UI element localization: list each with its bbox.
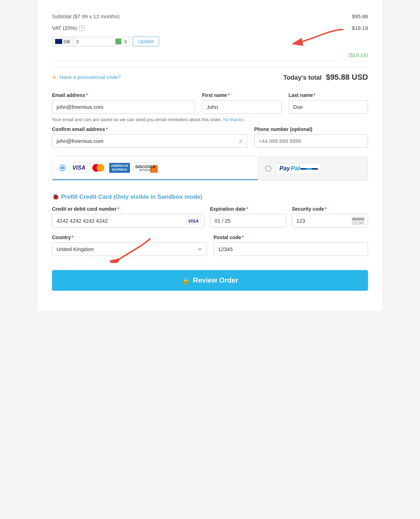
email-label: Email address*	[52, 92, 195, 98]
today-total-label: Today's total	[283, 74, 322, 81]
first-name-label: First name*	[202, 92, 281, 98]
discover-logo: DISCOVER NETWORK	[133, 163, 158, 173]
expiry-input[interactable]	[210, 214, 286, 228]
review-order-button[interactable]: 🔒 Review Order	[52, 270, 368, 291]
card-logos: VISA AMERICANEXPRESS DISCOVER NETWORK	[70, 162, 158, 173]
gb-flag-icon	[55, 39, 62, 44]
card-number-label: Credit or debit card number*	[52, 206, 204, 212]
postal-label: Postal code*	[214, 235, 368, 240]
country-select[interactable]: United Kingdom United States Canada	[52, 242, 206, 256]
mastercard-logo	[91, 163, 106, 173]
confirm-email-label: Confirm email address*	[52, 126, 247, 132]
email-check-icon: ✓	[238, 137, 244, 145]
cards-payment-option[interactable]: VISA AMERICANEXPRESS DISCOVER NETWORK	[52, 157, 258, 180]
vat-code-input[interactable]	[73, 37, 115, 46]
cards-radio[interactable]	[59, 165, 66, 171]
mc-orange-circle	[97, 164, 104, 172]
paypal-radio[interactable]	[265, 165, 271, 172]
phone-input[interactable]	[254, 134, 368, 148]
lock-icon: 🔒	[182, 277, 190, 284]
subtotal-label: Subtotal ($7.99 x 12 months)	[52, 13, 120, 19]
visa-logo: VISA	[70, 162, 88, 173]
vat-country-code: GB	[64, 39, 70, 44]
vat-amount: $19.18	[352, 25, 368, 31]
country-label: Country*	[52, 235, 206, 240]
confirm-email-input[interactable]	[52, 134, 247, 148]
subtotal-amount: $95.88	[352, 13, 368, 19]
promo-code-link[interactable]: ★ Have a promotional code?	[52, 74, 121, 80]
amex-logo: AMERICANEXPRESS	[109, 163, 130, 173]
update-vat-button[interactable]: Update	[133, 37, 159, 46]
email-input[interactable]	[52, 100, 195, 114]
phone-label: Phone number (optional)	[254, 126, 368, 132]
card-number-input[interactable]	[52, 214, 204, 228]
sandbox-title: 🐞 Prefill Credit Card (Only visible in S…	[52, 193, 368, 201]
vat-help-icon[interactable]: ?	[79, 25, 85, 31]
paypal-bar	[300, 168, 318, 170]
expiry-label: Expiration date*	[210, 206, 286, 212]
today-total-amount: $95.88 USD	[326, 73, 368, 81]
vat-discount: ($19.18)	[348, 52, 368, 58]
first-name-input[interactable]	[202, 100, 281, 114]
vat-country-flag: GB	[52, 37, 73, 46]
promo-star-icon: ★	[52, 74, 57, 80]
vat-code-suffix: 3	[122, 37, 130, 46]
review-order-label: Review Order	[193, 276, 238, 284]
cvv-label: Security code*	[292, 206, 368, 212]
paypal-payment-option[interactable]: PayPal	[258, 157, 368, 180]
postal-input[interactable]	[214, 242, 368, 256]
email-note: Your email and cart are saved so we can …	[52, 117, 368, 123]
paypal-logo: PayPal	[276, 163, 322, 174]
cvv-card-icon: 123	[352, 217, 365, 225]
vat-green-indicator	[115, 38, 122, 45]
no-thanks-link[interactable]: No thanks	[223, 117, 244, 122]
card-brand-badge: VISA	[186, 217, 201, 224]
vat-label: VAT (20%)	[52, 25, 77, 31]
last-name-input[interactable]	[289, 100, 368, 114]
last-name-label: Last name*	[289, 92, 368, 98]
